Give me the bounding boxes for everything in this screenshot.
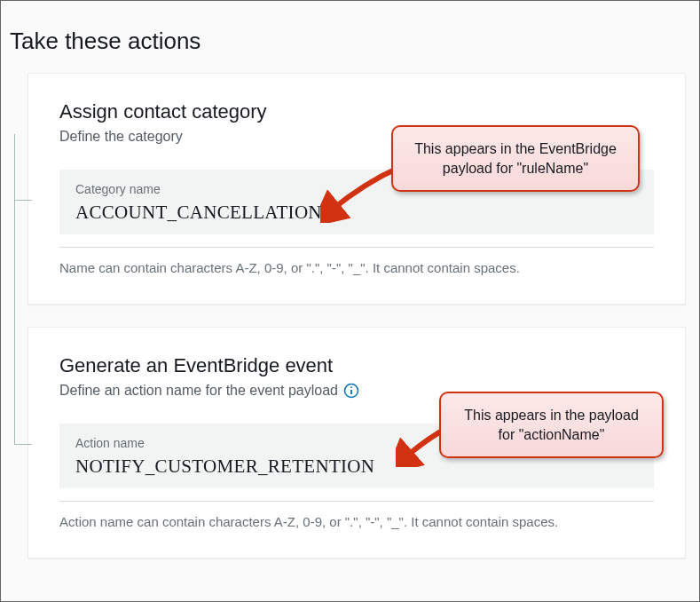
card-subtitle-text: Define an action name for the event payl… bbox=[59, 383, 338, 399]
info-icon[interactable] bbox=[343, 383, 359, 399]
category-name-helper: Name can contain characters A-Z, 0-9, or… bbox=[59, 247, 654, 277]
action-name-value[interactable]: NOTIFY_CUSTOMER_RETENTION bbox=[75, 455, 638, 478]
svg-point-2 bbox=[350, 386, 352, 388]
card-title-eventbridge: Generate an EventBridge event bbox=[59, 354, 654, 377]
page-title: Take these actions bbox=[1, 1, 699, 73]
annotation-callout-actionname: This appears in the payload for "actionN… bbox=[439, 392, 664, 458]
tree-connector bbox=[14, 134, 32, 201]
callout-text: This appears in the payload for "actionN… bbox=[464, 408, 639, 442]
callout-text: This appears in the EventBridge payload … bbox=[414, 141, 617, 176]
tree-connector bbox=[14, 201, 32, 445]
card-title-assign-category: Assign contact category bbox=[59, 100, 654, 123]
annotation-callout-rulename: This appears in the EventBridge payload … bbox=[391, 125, 640, 192]
action-name-helper: Action name can contain characters A-Z, … bbox=[59, 501, 654, 531]
